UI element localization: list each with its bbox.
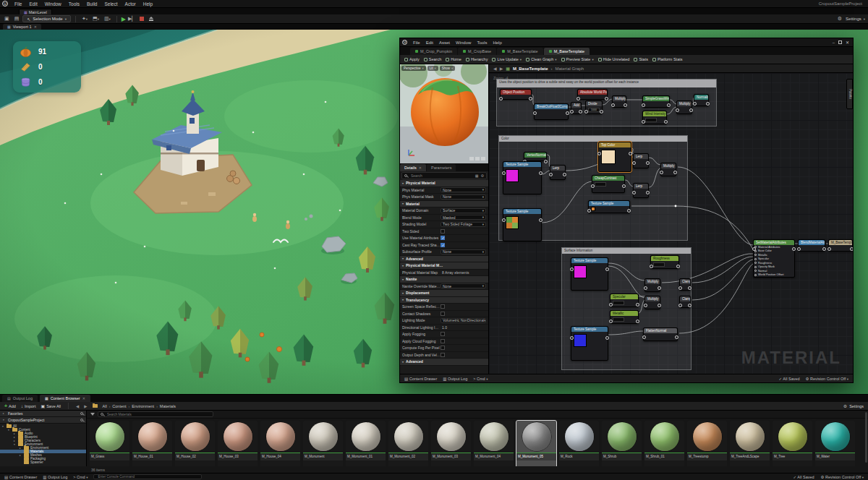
- detail-row[interactable]: Physical Material Mask ▾: [400, 262, 488, 270]
- back-icon[interactable]: ◀: [493, 66, 497, 71]
- detail-checkbox[interactable]: [441, 236, 445, 240]
- graph-node[interactable]: SimpleGrassWind: [642, 95, 670, 108]
- detail-row[interactable]: Shading Model Two Sided Foliage▾: [400, 221, 488, 228]
- detail-value[interactable]: Two Sided Foliage▾: [441, 222, 486, 227]
- graph-node[interactable]: Divide1000: [585, 100, 603, 114]
- detail-value[interactable]: 8 Array elements▾: [441, 270, 486, 275]
- revision-control-status[interactable]: ⚙ Revision Control Off ▾: [806, 377, 848, 381]
- detail-row[interactable]: Advanced ▾: [400, 256, 488, 263]
- saved-status[interactable]: ✓ All Saved: [793, 475, 814, 479]
- eject-button[interactable]: [148, 17, 155, 21]
- detail-row[interactable]: Contact Shadows ▾: [400, 311, 488, 318]
- expand-arrow-icon[interactable]: ▸: [20, 447, 22, 450]
- menu-item[interactable]: Edit: [25, 1, 41, 7]
- detail-checkbox[interactable]: [441, 346, 445, 350]
- detail-checkbox[interactable]: [441, 243, 445, 247]
- detail-checkbox[interactable]: [441, 304, 445, 309]
- graph-node[interactable]: Multiply: [644, 296, 660, 309]
- graph-node-set-material-attributes[interactable]: SetMaterialAttributes Material Attribute…: [753, 239, 795, 278]
- tab-output-log[interactable]: ▤Output Log: [2, 395, 38, 402]
- graph-node[interactable]: BreakOutFloat3Components: [534, 103, 569, 120]
- selection-mode-dropdown[interactable]: ↖ Selection Mode ▾: [22, 15, 71, 22]
- graph-node[interactable]: Multiply: [676, 100, 692, 114]
- expand-arrow-icon[interactable]: ▾: [8, 429, 11, 432]
- graph-node[interactable]: Absolute World Position: [577, 89, 608, 100]
- content-drawer-button[interactable]: ▤ Content Drawer: [4, 475, 37, 479]
- detail-row[interactable]: Apply Cloud Fogging ▾: [400, 338, 488, 346]
- output-log-button[interactable]: ▥ Output Log: [443, 377, 467, 381]
- detail-row[interactable]: Two Sided ▾: [400, 228, 488, 236]
- browse-icon[interactable]: ▤: [13, 16, 21, 22]
- blueprints-icon[interactable]: ⬒▾: [91, 16, 101, 22]
- detail-value[interactable]: Surface▾: [441, 208, 486, 213]
- close-icon[interactable]: ✕: [34, 25, 37, 29]
- perspective-dropdown[interactable]: Perspective▾: [401, 66, 426, 71]
- graph-node[interactable]: Metallic: [610, 310, 639, 324]
- maximize-button[interactable]: [838, 40, 842, 44]
- tab-content-browser[interactable]: ▦Content Browser✕: [40, 395, 90, 402]
- asset-tile[interactable]: M_Shrub: [602, 421, 642, 473]
- detail-value[interactable]: Masked▾: [441, 215, 486, 220]
- graph-node[interactable]: Object Position: [500, 89, 532, 100]
- graph-node[interactable]: VertexNormalWS: [524, 152, 547, 161]
- menu-item[interactable]: Window: [453, 40, 474, 45]
- menu-item[interactable]: Help: [140, 1, 156, 7]
- detail-checkbox[interactable]: [441, 353, 445, 357]
- graph-node[interactable]: Texture Sample: [571, 326, 608, 361]
- detail-row[interactable]: Displacement ▾: [400, 290, 488, 297]
- mat-toolbar-button[interactable]: Stats: [634, 57, 648, 61]
- breadcrumb-item[interactable]: Materials: [160, 404, 176, 408]
- import-button[interactable]: ↓Import: [21, 404, 36, 408]
- back-icon[interactable]: ◀: [76, 404, 79, 408]
- asset-tab[interactable]: M_Crop_Pumpkin: [410, 48, 457, 55]
- play-button[interactable]: ▶: [122, 16, 126, 22]
- gear-icon[interactable]: ⚙: [843, 403, 847, 408]
- filter-icon[interactable]: [90, 413, 95, 416]
- tree-folder-item[interactable]: Spawner: [0, 460, 86, 464]
- menu-item[interactable]: Build: [83, 1, 101, 7]
- graph-node[interactable]: Lerp: [633, 153, 649, 168]
- details-search-input[interactable]: [409, 173, 473, 179]
- asset-tile[interactable]: M_TreeAndLScape: [730, 421, 770, 473]
- graph-node[interactable]: Normalize: [694, 94, 709, 106]
- asset-tile[interactable]: M_Monument_05: [516, 421, 556, 473]
- content-drawer-button[interactable]: ▤ Content Drawer: [404, 377, 437, 381]
- graph-node[interactable]: Texture Sample: [571, 257, 608, 291]
- cmd-button[interactable]: > Cmd ▾: [73, 475, 88, 479]
- asset-tab[interactable]: M_BaseTemplate: [497, 48, 543, 55]
- scrollbar[interactable]: [865, 412, 867, 463]
- graph-node[interactable]: Lerp: [550, 165, 566, 180]
- lit-dropdown[interactable]: Lit▾: [427, 66, 438, 71]
- detail-checkbox[interactable]: [441, 332, 445, 336]
- menu-item[interactable]: Asset: [436, 40, 453, 45]
- list-view-icon[interactable]: ▦: [475, 173, 479, 178]
- mat-toolbar-button[interactable]: Platform Stats: [652, 57, 683, 61]
- add-actor-icon[interactable]: ✦▾: [80, 16, 89, 22]
- level-tab[interactable]: ▦ MainLevel: [19, 9, 52, 14]
- graph-node-result[interactable]: M_BaseTemplate: [828, 239, 853, 252]
- graph-node[interactable]: Texture Sample: [503, 208, 542, 241]
- settings-button[interactable]: Settings: [846, 17, 861, 21]
- mat-toolbar-button[interactable]: Home: [446, 57, 461, 61]
- graph-node[interactable]: Texture Sample: [503, 161, 542, 194]
- detail-row[interactable]: Physical Material ▾: [400, 180, 488, 187]
- mat-toolbar-button[interactable]: Apply: [404, 57, 420, 61]
- detail-row[interactable]: Translucency ▾: [400, 297, 488, 304]
- forward-icon[interactable]: ▶: [500, 66, 503, 71]
- tab-details[interactable]: Details✕: [400, 164, 426, 171]
- detail-row[interactable]: Material Domain Surface▾: [400, 207, 488, 215]
- output-log-button[interactable]: ▥ Output Log: [43, 475, 67, 479]
- saved-status[interactable]: ✓ All Saved: [779, 377, 800, 381]
- detail-row[interactable]: Lighting Mode Volumetric NonDirectional▾: [400, 317, 488, 325]
- detail-row[interactable]: Output Depth and Velocity ▾: [400, 352, 488, 359]
- console-input[interactable]: [96, 474, 199, 479]
- asset-tile[interactable]: M_House_01: [132, 421, 172, 473]
- menu-item[interactable]: Window: [41, 1, 65, 7]
- menu-item[interactable]: Edit: [423, 40, 436, 45]
- graph-node[interactable]: Multiply: [660, 163, 676, 176]
- graph-node[interactable]: Specular: [610, 293, 639, 307]
- graph-node[interactable]: Clamp: [679, 278, 691, 291]
- material-editor-titlebar[interactable]: U FileEditAssetWindowToolsHelp – ✕: [400, 38, 853, 47]
- material-graph-canvas[interactable]: Zoom -4 Uses the object position to driv…: [489, 73, 853, 374]
- graph-node[interactable]: CheapContrast: [592, 175, 625, 193]
